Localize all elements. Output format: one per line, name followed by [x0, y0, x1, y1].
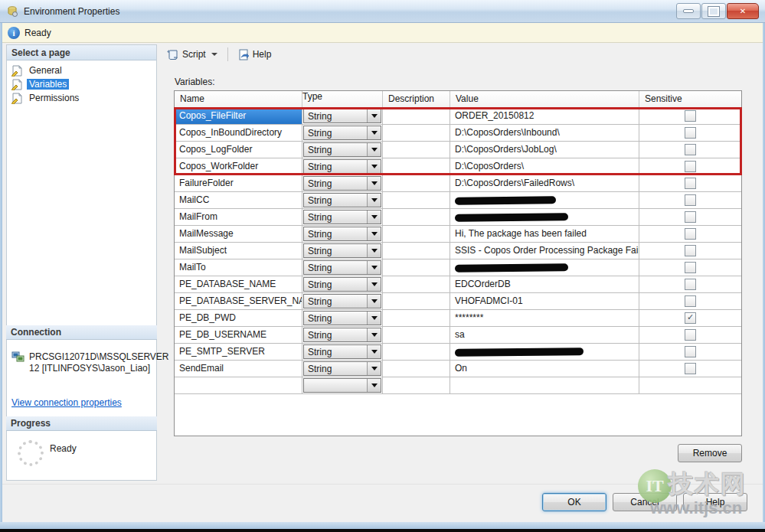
table-row[interactable]: Copos_WorkFolderStringD:\CoposOrders\ — [175, 158, 741, 175]
variable-value-cell[interactable]: sa — [450, 327, 639, 344]
type-dropdown[interactable]: String — [303, 159, 381, 174]
variable-value-cell[interactable]: SSIS - Copos Order Processing Package Fa… — [450, 243, 639, 259]
chevron-down-icon[interactable] — [367, 227, 381, 240]
variable-name-cell[interactable]: Copos_InBoundDirectory — [175, 125, 302, 142]
variable-description-cell[interactable] — [383, 209, 450, 226]
sensitive-checkbox[interactable] — [685, 211, 696, 223]
sensitive-checkbox[interactable] — [685, 329, 696, 341]
sidebar-item-general[interactable]: General — [11, 64, 156, 77]
table-row[interactable]: PE_DATABASE_NAMEStringEDCOrderDB — [175, 276, 741, 293]
type-dropdown[interactable] — [303, 378, 381, 393]
type-dropdown[interactable]: String — [303, 126, 381, 140]
chevron-down-icon[interactable] — [367, 177, 381, 190]
table-row[interactable]: MailSubjectStringSSIS - Copos Order Proc… — [175, 243, 741, 259]
table-row[interactable]: PE_SMTP_SERVERString — [175, 344, 741, 361]
variable-value-cell[interactable]: ******** — [450, 310, 639, 327]
sensitive-checkbox[interactable] — [685, 262, 696, 273]
table-row[interactable]: MailToString — [175, 259, 741, 276]
variable-name-cell[interactable]: MailCC — [175, 192, 302, 209]
table-row[interactable] — [175, 377, 741, 394]
sensitive-checkbox[interactable] — [685, 127, 696, 139]
chevron-down-icon[interactable] — [367, 312, 381, 325]
variable-name-cell[interactable]: Copos_LogFolder — [175, 142, 302, 158]
variable-value-cell[interactable]: ORDER_20150812 — [450, 108, 639, 125]
type-dropdown[interactable]: String — [303, 243, 381, 258]
type-dropdown[interactable]: String — [303, 311, 381, 325]
sidebar-item-permissions[interactable]: Permissions — [11, 91, 156, 105]
variable-name-cell[interactable]: Copos_WorkFolder — [175, 158, 302, 175]
type-dropdown[interactable]: String — [303, 361, 381, 376]
sidebar-item-variables[interactable]: Variables — [11, 77, 156, 91]
table-row[interactable]: Copos_FileFilterStringORDER_20150812 — [175, 108, 741, 125]
variable-value-cell[interactable]: D:\CoposOrders\FailedRows\ — [450, 175, 639, 192]
variable-name-cell[interactable] — [175, 377, 302, 394]
variable-name-cell[interactable]: PE_DB_USERNAME — [175, 327, 302, 344]
type-dropdown[interactable]: String — [303, 176, 381, 191]
table-row[interactable]: MailCCString — [175, 192, 741, 209]
variable-value-cell[interactable]: D:\CoposOrders\ — [450, 158, 639, 175]
variable-name-cell[interactable]: Copos_FileFilter — [175, 108, 302, 125]
close-button[interactable]: ✕ — [727, 3, 759, 19]
variable-description-cell[interactable] — [383, 293, 450, 310]
variable-description-cell[interactable] — [383, 243, 450, 259]
table-row[interactable]: FailureFolderStringD:\CoposOrders\Failed… — [175, 175, 741, 192]
column-header-value[interactable]: Value — [450, 91, 639, 108]
chevron-down-icon[interactable] — [367, 278, 381, 291]
script-button[interactable]: Script — [162, 47, 222, 63]
variable-value-cell[interactable]: On — [450, 361, 639, 377]
variable-value-cell[interactable]: Hi, The package has been failed — [450, 226, 639, 243]
variable-name-cell[interactable]: MailSubject — [175, 243, 302, 259]
variable-value-cell[interactable] — [450, 192, 639, 209]
variable-description-cell[interactable] — [383, 276, 450, 293]
variable-value-cell[interactable]: D:\CoposOrders\JobLog\ — [450, 142, 639, 158]
help-footer-button[interactable]: Help — [683, 493, 747, 511]
type-dropdown[interactable]: String — [303, 109, 381, 123]
variable-name-cell[interactable]: MailFrom — [175, 209, 302, 226]
variable-description-cell[interactable] — [383, 377, 450, 394]
sensitive-checkbox[interactable] — [685, 228, 696, 240]
variable-name-cell[interactable]: PE_DB_PWD — [175, 310, 302, 327]
sensitive-checkbox[interactable] — [685, 194, 696, 206]
type-dropdown[interactable]: String — [303, 193, 381, 207]
variable-name-cell[interactable]: PE_DATABASE_SERVER_NAME — [175, 293, 302, 310]
cancel-button[interactable]: Cancel — [613, 493, 677, 511]
view-connection-properties-link[interactable]: View connection properties — [11, 397, 122, 408]
variable-value-cell[interactable] — [450, 209, 639, 226]
variable-name-cell[interactable]: MailMessage — [175, 226, 302, 243]
variable-value-cell[interactable] — [450, 377, 639, 394]
chevron-down-icon[interactable] — [367, 345, 381, 358]
chevron-down-icon[interactable] — [367, 160, 381, 173]
table-row[interactable]: Copos_InBoundDirectoryStringD:\CoposOrde… — [175, 125, 741, 142]
chevron-down-icon[interactable] — [367, 211, 381, 224]
chevron-down-icon[interactable] — [367, 295, 381, 308]
column-header-description[interactable]: Description — [383, 91, 450, 108]
variable-description-cell[interactable] — [383, 344, 450, 361]
type-dropdown[interactable]: String — [303, 210, 381, 224]
sensitive-checkbox[interactable] — [685, 346, 696, 357]
variable-description-cell[interactable] — [383, 192, 450, 209]
sensitive-checkbox[interactable] — [685, 178, 696, 189]
variable-description-cell[interactable] — [383, 259, 450, 276]
variable-description-cell[interactable] — [383, 175, 450, 192]
variable-value-cell[interactable]: VHOFADMCI-01 — [450, 293, 639, 310]
variable-description-cell[interactable] — [383, 327, 450, 344]
chevron-down-icon[interactable] — [367, 261, 381, 274]
column-header-sensitive[interactable]: Sensitive — [639, 91, 741, 108]
chevron-down-icon[interactable] — [367, 109, 381, 122]
chevron-down-icon[interactable] — [367, 194, 381, 207]
type-dropdown[interactable]: String — [303, 142, 381, 157]
table-row[interactable]: PE_DB_USERNAMEStringsa — [175, 327, 741, 344]
maximize-button[interactable] — [701, 3, 726, 19]
sensitive-checkbox[interactable] — [685, 279, 696, 290]
variable-value-cell[interactable]: D:\CoposOrders\Inbound\ — [450, 125, 639, 142]
chevron-down-icon[interactable] — [367, 126, 381, 139]
variable-name-cell[interactable]: PE_SMTP_SERVER — [175, 344, 302, 361]
variable-name-cell[interactable]: PE_DATABASE_NAME — [175, 276, 302, 293]
chevron-down-icon[interactable] — [367, 379, 381, 392]
variable-name-cell[interactable]: SendEmail — [175, 361, 302, 377]
variable-description-cell[interactable] — [383, 158, 450, 175]
chevron-down-icon[interactable] — [211, 53, 217, 56]
type-dropdown[interactable]: String — [303, 227, 381, 241]
variable-description-cell[interactable] — [383, 226, 450, 243]
chevron-down-icon[interactable] — [367, 143, 381, 156]
